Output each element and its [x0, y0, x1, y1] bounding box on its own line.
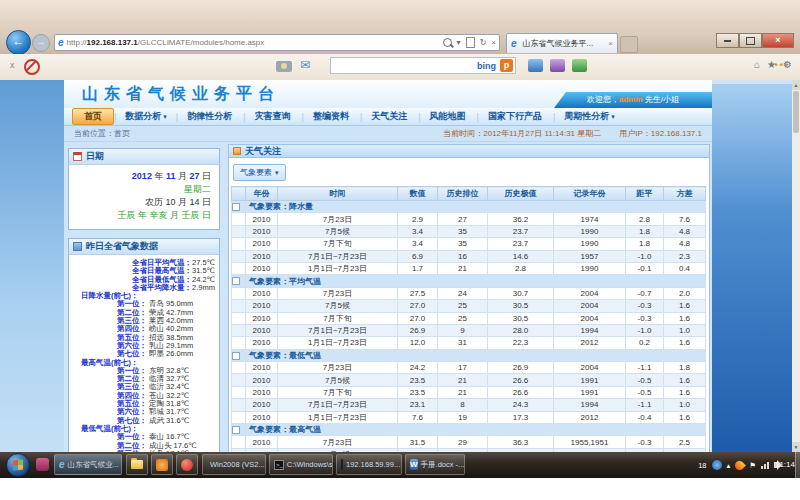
- table-row[interactable]: 20107月1日~7月23日23.1824.31994-1.11.0: [232, 399, 706, 411]
- status-right: 当前时间：2012年11月27日 11:14:31 星期二 用户IP：192.1…: [443, 128, 702, 139]
- new-tab-button[interactable]: [620, 36, 638, 53]
- camera-icon[interactable]: [276, 61, 292, 72]
- bing-search-button[interactable]: p: [500, 59, 513, 72]
- minimize-button[interactable]: [716, 33, 739, 48]
- scroll-up-icon[interactable]: ▲: [792, 80, 800, 90]
- page-right-decoration: [712, 84, 792, 452]
- nav-item-home[interactable]: 首页: [72, 108, 114, 125]
- table-row[interactable]: 20107月5候23.52126.61991-0.51.6: [232, 374, 706, 386]
- table-row[interactable]: 20101月1日~7月23日12.03122.320120.21.6: [232, 337, 706, 349]
- group-label: 气象要素：最高气温: [246, 424, 706, 436]
- blocked-popup-icon[interactable]: [24, 59, 40, 75]
- nav-item[interactable]: 数据分析▾: [116, 110, 176, 123]
- nav-item-label: 韵律性分析: [187, 110, 232, 123]
- element-dropdown-button[interactable]: 气象要素▾: [233, 164, 286, 181]
- taskbar-app-red-button[interactable]: [176, 454, 198, 475]
- maximize-button[interactable]: [739, 33, 762, 48]
- table-row[interactable]: 20101月1日~7月23日7.61917.32012-0.41.6: [232, 411, 706, 423]
- forward-button[interactable]: →: [32, 34, 50, 52]
- group-checkbox[interactable]: [232, 352, 240, 360]
- table-row[interactable]: 20101月1日~7月23日1.7212.81990-0.10.4: [232, 262, 706, 274]
- table-row[interactable]: 20107月23日24.21726.92004-1.11.8: [232, 362, 706, 374]
- welcome-prefix: 欢迎您，: [587, 95, 619, 104]
- address-bar[interactable]: e http://192.168.137.1/GLCCLIMATE/module…: [54, 34, 500, 51]
- nav-item[interactable]: 韵律性分析: [178, 110, 243, 123]
- url-scheme: http://: [67, 38, 87, 47]
- people-icon[interactable]: [572, 59, 587, 72]
- refresh-icon[interactable]: ↻: [480, 38, 487, 47]
- table-row[interactable]: 20107月1日~7月23日6.91614.61957-1.02.3: [232, 250, 706, 262]
- taskbar-word-button[interactable]: W手册.docx -...: [405, 454, 465, 475]
- group-checkbox[interactable]: [232, 277, 240, 285]
- table-row[interactable]: 20107月23日2.92736.219742.87.6: [232, 213, 706, 225]
- close-button[interactable]: ×: [762, 33, 794, 48]
- browser-tab[interactable]: e 山东省气候业务平... ×: [506, 33, 618, 53]
- nav-item[interactable]: 灾害查询: [246, 110, 302, 123]
- chevron-down-icon: ▾: [611, 113, 615, 121]
- back-button[interactable]: ←: [6, 30, 31, 55]
- close-icon: ×: [775, 36, 780, 45]
- page-body: 日期 2012 年 11 月 27 日 星期二 农历 10 月 14 日 壬辰 …: [64, 142, 712, 452]
- date-box: 日期 2012 年 11 月 27 日 星期二 农历 10 月 14 日 壬辰 …: [68, 148, 220, 230]
- gregorian-date: 2012 年 11 月 27 日: [77, 170, 211, 183]
- table-row[interactable]: 20107月5候27.02530.52004-0.31.6: [232, 300, 706, 312]
- table-row[interactable]: 20107月1日~7月23日26.9928.01994-1.01.0: [232, 324, 706, 336]
- forward-icon: →: [37, 37, 46, 47]
- window-controls: ×: [716, 33, 794, 48]
- scroll-down-icon[interactable]: ▼: [792, 442, 800, 452]
- group-checkbox[interactable]: [232, 426, 240, 434]
- favorites-star-icon[interactable]: ★: [767, 59, 776, 70]
- video-icon[interactable]: [528, 59, 543, 72]
- table-row[interactable]: 20107月下旬23.52126.61991-0.51.6: [232, 386, 706, 398]
- flame-icon[interactable]: [733, 459, 746, 472]
- group-header-row: 气象要素：降水量: [232, 201, 706, 213]
- taskbar-clock[interactable]: 11:14: [776, 460, 795, 469]
- tray-app-icon[interactable]: [712, 460, 722, 470]
- group-header-row: 气象要素：平均气温: [232, 275, 706, 287]
- settings-gear-icon[interactable]: ⚙: [783, 59, 792, 70]
- page-left-margin: [0, 80, 64, 452]
- stop-icon[interactable]: ×: [491, 38, 496, 47]
- nav-item[interactable]: 天气关注: [362, 110, 418, 123]
- nav-item[interactable]: 整编资料: [304, 110, 360, 123]
- search-icon[interactable]: [443, 38, 452, 47]
- tab-close-icon[interactable]: ×: [608, 39, 613, 48]
- calendar-icon: [73, 152, 82, 161]
- taskbar-ie-button[interactable]: e 山东省气候业...: [54, 454, 122, 475]
- table-row[interactable]: 20107月23日27.52430.72004-0.72.0: [232, 287, 706, 299]
- nav-item[interactable]: 周期性分析▾: [555, 110, 624, 123]
- table-row[interactable]: 20107月下旬3.43523.719901.84.8: [232, 238, 706, 250]
- home-icon[interactable]: ⌂: [754, 59, 760, 70]
- quick-launch-icon[interactable]: [36, 458, 49, 471]
- taskbar-vm-button[interactable]: Win2008 (VS2...: [202, 454, 266, 475]
- status-row: 当前位置：首页 当前时间：2012年11月27日 11:14:31 星期二 用户…: [64, 126, 712, 142]
- bing-search-box[interactable]: bing p: [330, 57, 516, 74]
- table-row[interactable]: 20107月5候3.43523.719901.84.8: [232, 225, 706, 237]
- network-icon[interactable]: [761, 462, 769, 469]
- scrollbar-thumb[interactable]: [793, 91, 799, 133]
- show-desktop-button[interactable]: [795, 452, 800, 478]
- panel-body: 气象要素▾ 年份时间数值历史排位历史极值记录年份距平方差: [228, 158, 710, 452]
- taskbar-explorer-button[interactable]: [126, 454, 148, 475]
- nav-item[interactable]: 风能地图: [421, 110, 477, 123]
- taskbar-app-orange-button[interactable]: [151, 454, 173, 475]
- start-button[interactable]: [6, 453, 30, 477]
- paint-icon[interactable]: [550, 59, 565, 72]
- taskbar-remote-button[interactable]: 192.168.59.99...: [336, 454, 402, 475]
- vertical-scrollbar[interactable]: ▲ ▼: [792, 80, 800, 452]
- action-center-flag-icon[interactable]: ⚑: [749, 461, 756, 470]
- bing-logo: bing: [477, 61, 496, 71]
- compatibility-icon[interactable]: [466, 37, 475, 48]
- nav-item-label: 风能地图: [430, 110, 466, 123]
- ie-icon: e: [59, 459, 65, 470]
- mail-icon[interactable]: ✉: [300, 58, 310, 72]
- group-checkbox[interactable]: [232, 203, 240, 211]
- tray-expand-icon[interactable]: ▴: [727, 461, 731, 470]
- table-row[interactable]: 20107月下旬27.02530.52004-0.31.6: [232, 312, 706, 324]
- table-row[interactable]: 20107月23日31.52936.31955,1951-0.32.5: [232, 436, 706, 448]
- nav-item[interactable]: 国家下行产品: [479, 110, 553, 123]
- search-dropdown-icon[interactable]: ▾: [457, 38, 461, 47]
- commandbar-close-icon[interactable]: x: [10, 60, 15, 70]
- taskbar-cmd-button[interactable]: >_C:\Windows\s...: [269, 454, 333, 475]
- nav-item-label: 灾害查询: [255, 110, 291, 123]
